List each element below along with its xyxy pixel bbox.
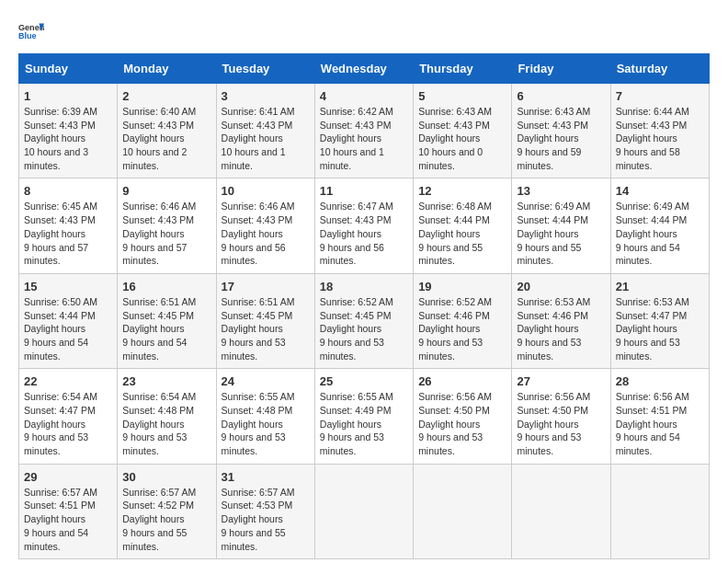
day-detail: Sunrise: 6:54 AMSunset: 4:48 PMDaylight … bbox=[122, 390, 210, 457]
calendar-cell: 29Sunrise: 6:57 AMSunset: 4:51 PMDayligh… bbox=[19, 464, 118, 558]
calendar-cell bbox=[512, 464, 610, 558]
calendar-cell: 13Sunrise: 6:49 AMSunset: 4:44 PMDayligh… bbox=[512, 178, 610, 273]
day-detail: Sunrise: 6:56 AMSunset: 4:50 PMDaylight … bbox=[418, 390, 506, 457]
day-detail: Sunrise: 6:55 AMSunset: 4:49 PMDaylight … bbox=[320, 390, 408, 457]
day-header-sunday: Sunday bbox=[19, 54, 118, 84]
calendar-week-1: 1Sunrise: 6:39 AMSunset: 4:43 PMDaylight… bbox=[19, 84, 710, 178]
calendar-week-4: 22Sunrise: 6:54 AMSunset: 4:47 PMDayligh… bbox=[19, 369, 710, 464]
calendar-cell: 11Sunrise: 6:47 AMSunset: 4:43 PMDayligh… bbox=[314, 178, 413, 273]
day-number: 24 bbox=[222, 374, 310, 388]
calendar-cell: 14Sunrise: 6:49 AMSunset: 4:44 PMDayligh… bbox=[610, 178, 709, 273]
day-detail: Sunrise: 6:56 AMSunset: 4:50 PMDaylight … bbox=[517, 390, 605, 457]
calendar-cell: 24Sunrise: 6:55 AMSunset: 4:48 PMDayligh… bbox=[216, 369, 314, 464]
day-number: 6 bbox=[517, 89, 605, 103]
calendar-cell: 22Sunrise: 6:54 AMSunset: 4:47 PMDayligh… bbox=[19, 369, 118, 464]
day-detail: Sunrise: 6:45 AMSunset: 4:43 PMDaylight … bbox=[24, 200, 112, 267]
calendar-table: SundayMondayTuesdayWednesdayThursdayFrid… bbox=[18, 53, 710, 559]
day-number: 26 bbox=[418, 374, 506, 388]
day-detail: Sunrise: 6:54 AMSunset: 4:47 PMDaylight … bbox=[24, 390, 112, 457]
calendar-header-row: SundayMondayTuesdayWednesdayThursdayFrid… bbox=[19, 54, 710, 84]
logo-icon: General Blue bbox=[18, 18, 44, 44]
day-detail: Sunrise: 6:56 AMSunset: 4:51 PMDaylight … bbox=[616, 390, 704, 457]
day-number: 8 bbox=[24, 184, 112, 198]
calendar-cell: 30Sunrise: 6:57 AMSunset: 4:52 PMDayligh… bbox=[118, 464, 216, 558]
calendar-cell bbox=[610, 464, 709, 558]
calendar-cell: 8Sunrise: 6:45 AMSunset: 4:43 PMDaylight… bbox=[19, 178, 118, 273]
day-detail: Sunrise: 6:49 AMSunset: 4:44 PMDaylight … bbox=[517, 200, 605, 267]
day-detail: Sunrise: 6:43 AMSunset: 4:43 PMDaylight … bbox=[517, 105, 605, 172]
calendar-cell: 31Sunrise: 6:57 AMSunset: 4:53 PMDayligh… bbox=[216, 464, 314, 558]
day-detail: Sunrise: 6:57 AMSunset: 4:51 PMDaylight … bbox=[24, 486, 112, 553]
page-header: General Blue bbox=[18, 18, 710, 44]
day-number: 21 bbox=[616, 280, 704, 293]
day-number: 18 bbox=[320, 280, 408, 293]
day-number: 28 bbox=[616, 374, 704, 388]
day-number: 27 bbox=[517, 374, 605, 388]
day-header-monday: Monday bbox=[118, 54, 216, 84]
day-number: 1 bbox=[24, 89, 112, 103]
calendar-cell: 20Sunrise: 6:53 AMSunset: 4:46 PMDayligh… bbox=[512, 273, 610, 368]
calendar-cell: 12Sunrise: 6:48 AMSunset: 4:44 PMDayligh… bbox=[414, 178, 512, 273]
day-number: 13 bbox=[517, 184, 605, 198]
day-number: 2 bbox=[122, 89, 210, 103]
day-number: 23 bbox=[122, 374, 210, 388]
day-number: 22 bbox=[24, 374, 112, 388]
day-detail: Sunrise: 6:40 AMSunset: 4:43 PMDaylight … bbox=[122, 105, 210, 172]
day-number: 20 bbox=[517, 280, 605, 293]
calendar-week-3: 15Sunrise: 6:50 AMSunset: 4:44 PMDayligh… bbox=[19, 273, 710, 368]
calendar-cell: 6Sunrise: 6:43 AMSunset: 4:43 PMDaylight… bbox=[512, 84, 610, 178]
calendar-week-2: 8Sunrise: 6:45 AMSunset: 4:43 PMDaylight… bbox=[19, 178, 710, 273]
calendar-cell: 16Sunrise: 6:51 AMSunset: 4:45 PMDayligh… bbox=[118, 273, 216, 368]
calendar-cell: 3Sunrise: 6:41 AMSunset: 4:43 PMDaylight… bbox=[216, 84, 314, 178]
calendar-cell: 25Sunrise: 6:55 AMSunset: 4:49 PMDayligh… bbox=[314, 369, 413, 464]
day-number: 3 bbox=[222, 89, 310, 103]
day-detail: Sunrise: 6:55 AMSunset: 4:48 PMDaylight … bbox=[222, 390, 310, 457]
calendar-cell bbox=[314, 464, 413, 558]
day-number: 5 bbox=[418, 89, 506, 103]
day-detail: Sunrise: 6:53 AMSunset: 4:47 PMDaylight … bbox=[616, 295, 704, 362]
svg-text:Blue: Blue bbox=[18, 31, 37, 40]
day-number: 15 bbox=[24, 280, 112, 293]
day-header-friday: Friday bbox=[512, 54, 610, 84]
day-detail: Sunrise: 6:51 AMSunset: 4:45 PMDaylight … bbox=[122, 295, 210, 362]
day-number: 16 bbox=[122, 280, 210, 293]
day-number: 14 bbox=[616, 184, 704, 198]
day-number: 11 bbox=[320, 184, 408, 198]
calendar-cell: 23Sunrise: 6:54 AMSunset: 4:48 PMDayligh… bbox=[118, 369, 216, 464]
calendar-cell: 17Sunrise: 6:51 AMSunset: 4:45 PMDayligh… bbox=[216, 273, 314, 368]
day-number: 7 bbox=[616, 89, 704, 103]
calendar-cell: 4Sunrise: 6:42 AMSunset: 4:43 PMDaylight… bbox=[314, 84, 413, 178]
day-detail: Sunrise: 6:52 AMSunset: 4:46 PMDaylight … bbox=[418, 295, 506, 362]
day-detail: Sunrise: 6:41 AMSunset: 4:43 PMDaylight … bbox=[222, 105, 310, 172]
day-header-wednesday: Wednesday bbox=[314, 54, 413, 84]
day-header-thursday: Thursday bbox=[414, 54, 512, 84]
day-detail: Sunrise: 6:51 AMSunset: 4:45 PMDaylight … bbox=[222, 295, 310, 362]
calendar-cell: 18Sunrise: 6:52 AMSunset: 4:45 PMDayligh… bbox=[314, 273, 413, 368]
calendar-cell: 1Sunrise: 6:39 AMSunset: 4:43 PMDaylight… bbox=[19, 84, 118, 178]
day-number: 4 bbox=[320, 89, 408, 103]
calendar-cell: 10Sunrise: 6:46 AMSunset: 4:43 PMDayligh… bbox=[216, 178, 314, 273]
day-number: 19 bbox=[418, 280, 506, 293]
calendar-cell: 27Sunrise: 6:56 AMSunset: 4:50 PMDayligh… bbox=[512, 369, 610, 464]
calendar-cell: 19Sunrise: 6:52 AMSunset: 4:46 PMDayligh… bbox=[414, 273, 512, 368]
day-detail: Sunrise: 6:57 AMSunset: 4:52 PMDaylight … bbox=[122, 486, 210, 553]
calendar-cell: 7Sunrise: 6:44 AMSunset: 4:43 PMDaylight… bbox=[610, 84, 709, 178]
calendar-cell: 15Sunrise: 6:50 AMSunset: 4:44 PMDayligh… bbox=[19, 273, 118, 368]
day-number: 29 bbox=[24, 470, 112, 484]
day-detail: Sunrise: 6:50 AMSunset: 4:44 PMDaylight … bbox=[24, 295, 112, 362]
calendar-cell: 28Sunrise: 6:56 AMSunset: 4:51 PMDayligh… bbox=[610, 369, 709, 464]
day-detail: Sunrise: 6:44 AMSunset: 4:43 PMDaylight … bbox=[616, 105, 704, 172]
day-number: 31 bbox=[222, 470, 310, 484]
calendar-cell: 9Sunrise: 6:46 AMSunset: 4:43 PMDaylight… bbox=[118, 178, 216, 273]
day-detail: Sunrise: 6:47 AMSunset: 4:43 PMDaylight … bbox=[320, 200, 408, 267]
calendar-cell: 26Sunrise: 6:56 AMSunset: 4:50 PMDayligh… bbox=[414, 369, 512, 464]
calendar-cell bbox=[414, 464, 512, 558]
day-number: 9 bbox=[122, 184, 210, 198]
day-number: 30 bbox=[122, 470, 210, 484]
day-detail: Sunrise: 6:52 AMSunset: 4:45 PMDaylight … bbox=[320, 295, 408, 362]
day-number: 10 bbox=[222, 184, 310, 198]
day-detail: Sunrise: 6:43 AMSunset: 4:43 PMDaylight … bbox=[418, 105, 506, 172]
day-header-saturday: Saturday bbox=[610, 54, 709, 84]
day-header-tuesday: Tuesday bbox=[216, 54, 314, 84]
calendar-cell: 2Sunrise: 6:40 AMSunset: 4:43 PMDaylight… bbox=[118, 84, 216, 178]
